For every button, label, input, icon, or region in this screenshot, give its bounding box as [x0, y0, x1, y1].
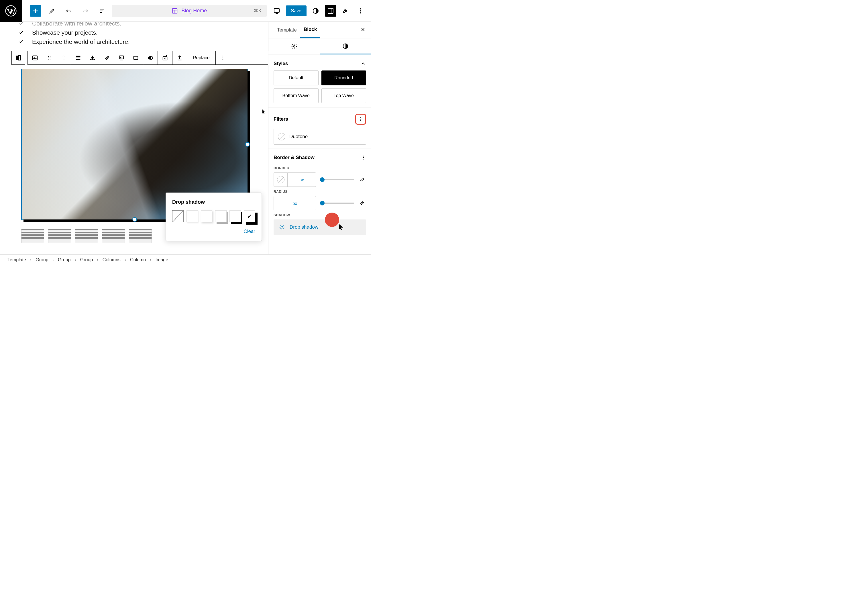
shadow-option[interactable] — [215, 210, 226, 222]
close-sidebar-button[interactable] — [360, 26, 366, 34]
radius-slider[interactable] — [320, 203, 354, 204]
styles-header[interactable]: Styles — [273, 58, 366, 71]
insert-button[interactable] — [158, 51, 172, 65]
document-title: Blog Home — [181, 8, 207, 14]
style-top-wave[interactable]: Top Wave — [321, 88, 366, 103]
thumbnail[interactable] — [102, 229, 125, 243]
svg-rect-4 — [328, 8, 333, 14]
change-alignment-button[interactable] — [85, 51, 100, 65]
link-icon — [104, 55, 110, 61]
breadcrumb-item[interactable]: Image — [156, 257, 168, 262]
list-item[interactable]: Collaborate with fellow architects. — [18, 22, 260, 28]
border-color-button[interactable] — [274, 173, 287, 187]
thumbnail[interactable] — [75, 229, 98, 243]
shadow-option-selected[interactable] — [244, 210, 255, 222]
wordpress-logo[interactable] — [0, 0, 22, 22]
align-button[interactable] — [71, 51, 85, 65]
sidebar-subtabs — [269, 38, 371, 55]
drag-handle[interactable] — [42, 51, 57, 65]
document-overview-button[interactable] — [96, 5, 108, 17]
svg-point-34 — [363, 159, 364, 160]
image-block-button[interactable] — [28, 51, 42, 65]
filters-menu-button[interactable] — [355, 114, 366, 125]
crop-icon — [133, 55, 139, 61]
subtab-styles[interactable] — [320, 38, 372, 55]
shadow-option-none[interactable] — [172, 210, 184, 222]
shadow-options — [172, 210, 255, 222]
more-vertical-icon — [357, 8, 364, 14]
undo-button[interactable] — [63, 5, 74, 17]
link-button[interactable] — [100, 51, 114, 65]
settings-sidebar-button[interactable] — [325, 5, 336, 17]
tools-button[interactable] — [340, 5, 351, 17]
resize-handle-bottom[interactable] — [132, 217, 137, 222]
chevron-up-icon — [360, 61, 366, 66]
upload-button[interactable] — [173, 51, 187, 65]
cursor-icon — [338, 223, 345, 231]
list-item[interactable]: Experience the world of architecture. — [18, 37, 260, 46]
subtab-settings[interactable] — [269, 38, 320, 54]
svg-point-32 — [363, 156, 364, 156]
link-sides-button[interactable] — [358, 176, 366, 184]
drop-shadow-button[interactable]: Drop shadow — [273, 220, 366, 235]
editor-canvas[interactable]: Collaborate with fellow architects. Show… — [0, 22, 268, 255]
add-block-button[interactable] — [30, 5, 41, 17]
radius-input[interactable]: px — [273, 196, 316, 210]
undo-icon — [65, 8, 72, 14]
breadcrumb-item[interactable]: Group — [58, 257, 71, 262]
border-slider[interactable] — [320, 179, 354, 180]
border-unit[interactable]: px — [287, 173, 316, 187]
edit-tool-button[interactable] — [46, 5, 58, 17]
contrast-button[interactable] — [310, 5, 321, 17]
replace-button[interactable]: Replace — [187, 51, 215, 65]
list-item[interactable]: Showcase your projects. — [18, 28, 260, 37]
thumbnail[interactable] — [129, 229, 152, 243]
block-type-button[interactable] — [11, 51, 25, 65]
style-bottom-wave[interactable]: Bottom Wave — [273, 88, 319, 103]
chevron-right-icon: › — [52, 257, 54, 262]
tab-block[interactable]: Block — [300, 22, 320, 38]
radius-unit[interactable]: px — [274, 196, 316, 210]
redo-button[interactable] — [80, 5, 91, 17]
breadcrumb-item[interactable]: Group — [36, 257, 48, 262]
breadcrumb-item[interactable]: Template — [8, 257, 26, 262]
style-default[interactable]: Default — [273, 71, 319, 85]
chevron-right-icon: › — [97, 257, 98, 262]
crop-button[interactable] — [129, 51, 143, 65]
document-title-button[interactable]: Blog Home ⌘K — [112, 5, 267, 17]
breadcrumb-item[interactable]: Group — [80, 257, 93, 262]
svg-rect-20 — [134, 57, 138, 60]
thumbnail[interactable] — [21, 229, 44, 243]
view-button[interactable] — [271, 5, 283, 17]
link-corners-button[interactable] — [358, 199, 366, 207]
caption-button[interactable] — [114, 51, 129, 65]
more-vertical-icon[interactable] — [361, 155, 366, 160]
border-controls: px — [273, 173, 366, 187]
more-options-button[interactable] — [355, 5, 366, 17]
move-buttons[interactable] — [57, 51, 71, 65]
checklist: Collaborate with fellow architects. Show… — [1, 22, 268, 51]
block-more-button[interactable] — [216, 51, 230, 65]
svg-rect-19 — [119, 56, 124, 59]
duotone-button[interactable] — [143, 51, 157, 65]
clear-button[interactable]: Clear — [172, 229, 255, 234]
shadow-option[interactable] — [187, 210, 198, 222]
breadcrumb-item[interactable]: Columns — [102, 257, 121, 262]
breadcrumb-item[interactable]: Column — [130, 257, 146, 262]
border-input[interactable]: px — [273, 173, 316, 187]
resize-handle-right[interactable] — [245, 142, 250, 147]
list-item-text: Collaborate with fellow architects. — [32, 22, 121, 27]
duotone-filter-button[interactable]: Duotone — [273, 129, 366, 145]
thumbnail[interactable] — [48, 229, 71, 243]
style-rounded[interactable]: Rounded — [321, 71, 366, 85]
shadow-option[interactable] — [229, 210, 241, 222]
svg-point-25 — [222, 58, 223, 58]
align-icon — [75, 55, 82, 61]
filters-header: Filters — [273, 111, 366, 129]
save-button[interactable]: Save — [286, 5, 306, 16]
shadow-option[interactable] — [201, 210, 212, 222]
click-indicator — [325, 212, 339, 227]
drag-icon — [47, 55, 52, 60]
tab-template[interactable]: Template — [273, 22, 300, 38]
svg-point-31 — [360, 120, 361, 121]
